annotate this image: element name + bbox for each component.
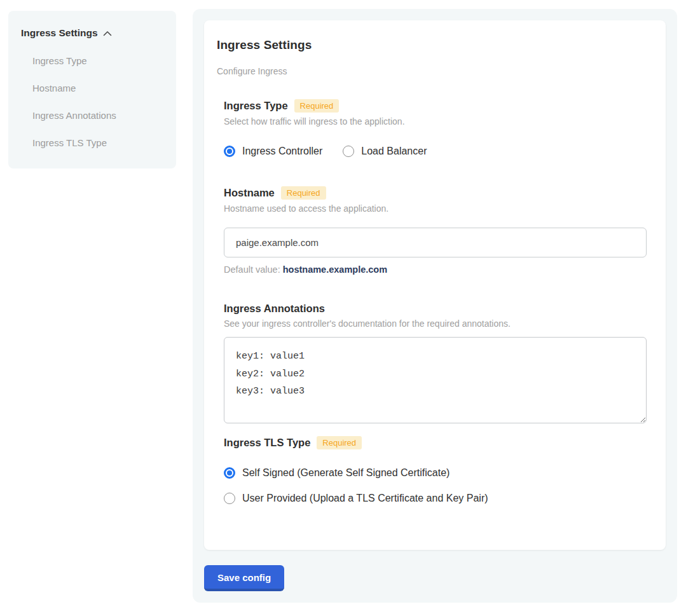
sidebar-item-ingress-tls-type[interactable]: Ingress TLS Type xyxy=(32,137,165,148)
config-panel: Ingress Settings Configure Ingress Ingre… xyxy=(193,9,677,603)
ingress-tls-type-label: Ingress TLS Type xyxy=(224,437,310,449)
save-config-button[interactable]: Save config xyxy=(204,565,284,591)
sidebar-group-ingress-settings[interactable]: Ingress Settings xyxy=(21,27,165,39)
radio-option-ingress-controller[interactable]: Ingress Controller xyxy=(224,146,322,157)
ingress-annotations-label: Ingress Annotations xyxy=(224,303,325,315)
ingress-type-label: Ingress Type xyxy=(224,100,288,112)
sidebar-item-hostname[interactable]: Hostname xyxy=(32,83,165,93)
required-badge: Required xyxy=(281,186,326,200)
ingress-type-radio-group: Ingress Controller Load Balancer xyxy=(224,146,647,157)
radio-option-user-provided[interactable]: User Provided (Upload a TLS Certificate … xyxy=(224,493,647,504)
settings-sidebar: Ingress Settings Ingress Type Hostname I… xyxy=(8,11,176,168)
ingress-settings-card: Ingress Settings Configure Ingress Ingre… xyxy=(204,20,666,550)
hostname-default-line: Default value: hostname.example.com xyxy=(224,264,647,275)
section-ingress-tls-type: Ingress TLS Type Required Self Signed (G… xyxy=(224,436,647,504)
radio-label: User Provided (Upload a TLS Certificate … xyxy=(242,493,488,504)
required-badge: Required xyxy=(294,99,340,113)
ingress-type-help: Select how traffic will ingress to the a… xyxy=(224,116,647,127)
hostname-input[interactable] xyxy=(224,228,647,257)
sidebar-item-ingress-type[interactable]: Ingress Type xyxy=(32,55,165,66)
default-value-text: hostname.example.com xyxy=(283,264,387,275)
radio-user-provided[interactable] xyxy=(224,493,235,504)
page-title: Ingress Settings xyxy=(217,38,647,52)
section-ingress-annotations: Ingress Annotations See your ingress con… xyxy=(224,303,647,423)
ingress-tls-radio-group: Self Signed (Generate Self Signed Certif… xyxy=(224,467,647,504)
radio-ingress-controller[interactable] xyxy=(224,146,235,157)
radio-self-signed[interactable] xyxy=(224,467,235,479)
hostname-help: Hostname used to access the application. xyxy=(224,203,647,214)
radio-label: Self Signed (Generate Self Signed Certif… xyxy=(242,467,449,479)
section-hostname: Hostname Required Hostname used to acces… xyxy=(224,186,647,275)
ingress-annotations-help: See your ingress controller's documentat… xyxy=(224,318,647,329)
radio-load-balancer[interactable] xyxy=(343,146,354,157)
radio-option-self-signed[interactable]: Self Signed (Generate Self Signed Certif… xyxy=(224,467,647,479)
required-badge: Required xyxy=(317,436,362,449)
section-ingress-type: Ingress Type Required Select how traffic… xyxy=(224,99,647,157)
default-value-label: Default value: xyxy=(224,264,283,275)
radio-label: Load Balancer xyxy=(361,146,427,157)
hostname-label: Hostname xyxy=(224,187,275,199)
sidebar-group-label: Ingress Settings xyxy=(21,27,98,39)
sidebar-item-ingress-annotations[interactable]: Ingress Annotations xyxy=(32,110,165,121)
radio-label: Ingress Controller xyxy=(242,146,322,157)
chevron-up-icon xyxy=(103,31,112,36)
radio-option-load-balancer[interactable]: Load Balancer xyxy=(343,146,427,157)
page-subtitle: Configure Ingress xyxy=(217,66,647,76)
ingress-annotations-textarea[interactable]: key1: value1 key2: value2 key3: value3 xyxy=(224,337,647,423)
